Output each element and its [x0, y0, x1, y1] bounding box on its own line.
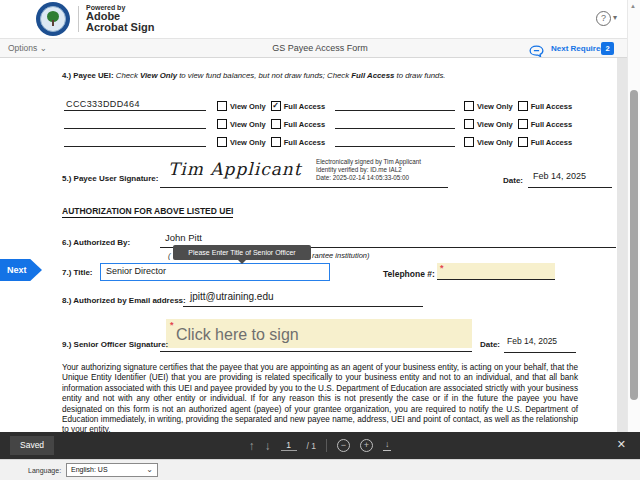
next-required-count-badge[interactable]: 2: [601, 42, 614, 55]
page-number-input[interactable]: 1: [281, 440, 297, 451]
view-only-checkbox[interactable]: [464, 119, 474, 129]
header-divider: [78, 6, 79, 32]
page-nav-cluster: ↑ ↓ 1 / 1 − + ↓: [0, 432, 640, 459]
title-input[interactable]: Senior Director: [100, 263, 330, 281]
form-title: GS Payee Access Form: [0, 43, 640, 53]
uei-field-right-1[interactable]: [335, 96, 455, 111]
uei-left-1-access-options: View Only ✓ Full Access: [215, 101, 325, 111]
language-label: Language:: [28, 467, 61, 474]
item5-date-line: [528, 173, 612, 188]
view-only-checkbox[interactable]: [217, 137, 227, 147]
item5-date-label: Date:: [503, 176, 523, 185]
zoom-in-icon[interactable]: +: [360, 439, 373, 452]
item9-label: 9.) Senior Officer Signature:: [62, 340, 168, 349]
full-access-checkbox[interactable]: [518, 137, 528, 147]
uei-right-1-access-options: View Only Full Access: [462, 101, 572, 111]
language-select[interactable]: English: US ⌄: [66, 463, 158, 477]
uei-left-2-access-options: View Only Full Access: [215, 119, 325, 129]
app-header: Powered by Adobe Acrobat Sign ? ▾: [0, 0, 640, 38]
item8-label: 8.) Authorized by Email address:: [62, 296, 186, 305]
next-required-link[interactable]: Next Required: [551, 44, 605, 53]
close-icon[interactable]: ✕: [617, 439, 626, 450]
document-gutter: [617, 58, 627, 432]
view-only-checkbox[interactable]: [464, 101, 474, 111]
title-field-tooltip: Please Enter Title of Senior Officer: [173, 245, 311, 260]
download-icon[interactable]: ↓: [383, 440, 392, 451]
item4-label: Payee UEI:: [73, 71, 113, 80]
uei-right-3-access-options: View Only Full Access: [462, 137, 572, 147]
page-total-label: / 1: [307, 441, 316, 451]
select-chevron-icon: ⌄: [146, 464, 153, 476]
item4-number: 4.): [62, 71, 71, 80]
uei-field-left-3[interactable]: [64, 132, 206, 147]
payee-signature-line: [160, 173, 448, 188]
brand-block: Powered by Adobe Acrobat Sign: [86, 4, 154, 33]
item6-label: 6.) Authorized By:: [62, 238, 130, 247]
view-only-label: View Only: [230, 102, 266, 111]
item4-instruction: 4.) Payee UEI: Check View Only to view f…: [62, 71, 445, 80]
full-access-checkbox[interactable]: [271, 137, 281, 147]
item9-date-line: [504, 338, 576, 353]
view-only-checkbox[interactable]: [217, 101, 227, 111]
language-footer: Language: English: US ⌄: [0, 459, 640, 480]
form-toolbar: Options ⌄ GS Payee Access Form Next Requ…: [0, 38, 640, 58]
seal-tree-icon: [47, 11, 59, 22]
authorized-email-line: [183, 292, 423, 307]
legal-text: Your authorizing signature certifies tha…: [62, 363, 578, 432]
required-asterisk: *: [170, 320, 174, 330]
language-value: English: US: [71, 466, 108, 473]
item6-caption-end: rantee institution): [312, 251, 370, 260]
view-only-checkbox[interactable]: [464, 137, 474, 147]
scrollbar-up-arrow-icon[interactable]: ▲: [630, 3, 636, 9]
document-page: 4.) Payee UEI: Check View Only to view f…: [0, 58, 617, 432]
uei-field-right-3[interactable]: [335, 132, 455, 147]
uei-value: CCC333DDD464: [66, 99, 140, 109]
full-access-label: Full Access: [284, 102, 325, 111]
full-access-checkbox[interactable]: ✓: [271, 101, 281, 111]
telephone-line: [437, 265, 555, 280]
senior-officer-signature-line: [160, 337, 472, 352]
help-icon[interactable]: ?: [596, 11, 611, 26]
department-seal-logo: [36, 2, 70, 36]
zoom-out-icon[interactable]: −: [337, 439, 350, 452]
full-access-checkbox[interactable]: [518, 119, 528, 129]
item9-date-label: Date:: [480, 340, 500, 349]
item7-label: 7.) Title:: [62, 268, 93, 277]
next-page-icon[interactable]: ↓: [265, 440, 271, 452]
full-access-checkbox[interactable]: [518, 101, 528, 111]
authorization-heading: AUTHORIZATION FOR ABOVE LISTED UEI: [62, 206, 233, 218]
uei-field-left-1[interactable]: CCC333DDD464: [64, 96, 206, 111]
uei-field-left-2[interactable]: [64, 114, 206, 129]
brand-product: Acrobat Sign: [86, 22, 154, 33]
view-only-checkbox[interactable]: [217, 119, 227, 129]
nav-divider: [326, 439, 327, 452]
previous-page-icon[interactable]: ↑: [249, 440, 255, 452]
uei-field-right-2[interactable]: [335, 114, 455, 129]
scrollbar-thumb[interactable]: [630, 90, 638, 400]
item6-caption-open: (: [168, 251, 171, 260]
status-bar: Saved ↑ ↓ 1 / 1 − + ↓ ✕: [0, 432, 640, 459]
item5-label: 5.) Payee User Signature:: [62, 174, 158, 183]
telephone-label: Telephone #:: [383, 269, 435, 279]
help-caret-icon[interactable]: ▾: [613, 13, 617, 22]
full-access-checkbox[interactable]: [271, 119, 281, 129]
uei-right-2-access-options: View Only Full Access: [462, 119, 572, 129]
uei-left-3-access-options: View Only Full Access: [215, 137, 325, 147]
